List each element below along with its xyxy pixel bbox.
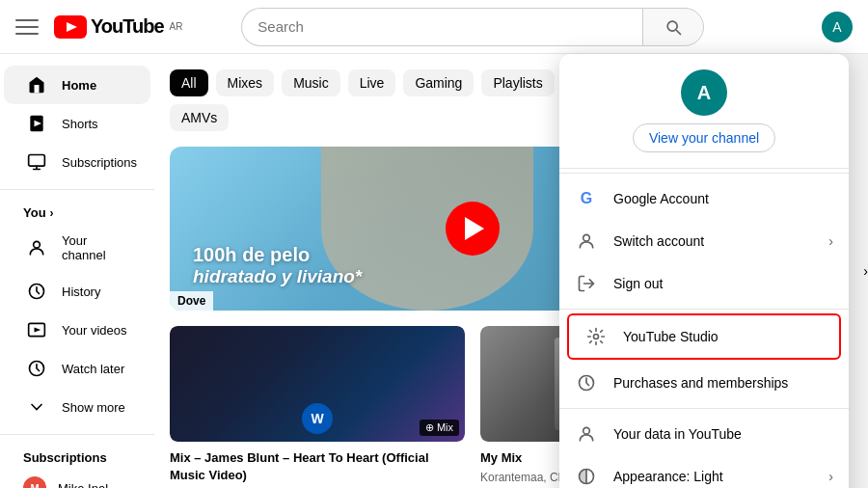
dropdown-item-appearance-label: Appearance: Light: [613, 469, 813, 484]
dropdown-divider-1: [559, 173, 849, 174]
appearance-arrow: ›: [828, 469, 833, 484]
your-videos-icon: [27, 320, 46, 339]
subscriptions-icon: [27, 152, 46, 172]
sidebar-item-history[interactable]: History: [4, 272, 150, 311]
logo[interactable]: YouTube AR: [54, 15, 182, 39]
logo-badge: AR: [170, 21, 183, 32]
filter-playlists[interactable]: Playlists: [481, 69, 554, 96]
dropdown-item-google-account[interactable]: G Google Account: [559, 177, 849, 220]
video-info-1: Mix – James Blunt – Heart To Heart (Offi…: [170, 442, 465, 488]
hamburger-menu[interactable]: [15, 15, 39, 39]
featured-line1: 100h de pelo: [193, 244, 362, 266]
dropdown-item-google-account-label: Google Account: [613, 191, 833, 206]
sidebar-divider-1: [0, 189, 154, 190]
shorts-icon: [27, 114, 46, 133]
user-avatar[interactable]: A: [822, 12, 853, 42]
sidebar-item-your-videos[interactable]: Your videos: [4, 311, 150, 349]
svg-marker-8: [35, 328, 41, 333]
thumb-bg-1: W ⊕ Mix: [170, 326, 465, 442]
video-card-1[interactable]: W ⊕ Mix Mix – James Blunt – Heart To Hea…: [170, 326, 465, 488]
sidebar-item-home[interactable]: Home: [4, 66, 150, 104]
dropdown-item-switch-account[interactable]: Switch account ›: [559, 220, 849, 262]
dropdown-item-purchases-label: Purchases and memberships: [613, 375, 833, 391]
sidebar: Home Shorts Subscriptions You › Your cha…: [0, 54, 154, 488]
filter-gaming[interactable]: Gaming: [403, 69, 474, 96]
dropdown-item-purchases[interactable]: Purchases and memberships: [559, 362, 849, 404]
youtube-logo-icon: [54, 15, 87, 39]
history-icon: [27, 282, 46, 301]
google-account-icon: G: [575, 187, 598, 210]
svg-rect-4: [29, 155, 45, 167]
sub-item-mike-inel[interactable]: M Mike Inel: [0, 469, 154, 488]
svg-point-13: [594, 335, 599, 339]
you-section[interactable]: You ›: [0, 198, 154, 224]
dropdown-item-switch-account-label: Switch account: [613, 233, 813, 249]
dropdown-item-youtube-studio[interactable]: YouTube Studio: [567, 313, 841, 360]
mix-badge-1: ⊕ Mix: [420, 420, 459, 436]
watch-later-icon: [27, 359, 46, 378]
sidebar-item-your-channel-label: Your channel: [62, 233, 127, 262]
featured-line2: hidratado y liviano*: [193, 266, 362, 287]
dropdown-header: A View your channel: [559, 54, 849, 169]
dropdown-divider-3: [559, 408, 849, 409]
logo-text: YouTube: [91, 15, 164, 38]
play-button: [446, 202, 500, 256]
your-data-icon: [575, 422, 598, 446]
filter-mixes[interactable]: Mixes: [216, 69, 275, 96]
filter-amvs[interactable]: AMVs: [170, 104, 229, 131]
svg-point-15: [583, 427, 590, 434]
search-icon: [664, 17, 683, 37]
search-container: [241, 8, 704, 46]
filter-music[interactable]: Music: [282, 69, 340, 96]
dropdown-item-appearance[interactable]: Appearance: Light ›: [559, 455, 849, 488]
sidebar-item-watch-later[interactable]: Watch later: [4, 349, 150, 388]
you-section-label: You: [23, 205, 46, 220]
view-channel-button[interactable]: View your channel: [633, 123, 775, 152]
play-triangle: [465, 217, 484, 240]
filter-live[interactable]: Live: [348, 69, 396, 96]
search-button[interactable]: [642, 8, 704, 46]
youtube-studio-icon: [584, 325, 608, 348]
dropdown-item-sign-out[interactable]: Sign out: [559, 262, 849, 305]
filter-all[interactable]: All: [170, 69, 208, 96]
you-chevron-icon: ›: [50, 206, 54, 220]
video-title-1: Mix – James Blunt – Heart To Heart (Offi…: [170, 449, 465, 484]
sidebar-item-home-label: Home: [62, 78, 96, 93]
brand-badge: Dove: [170, 291, 213, 311]
sidebar-item-show-more-label: Show more: [62, 400, 125, 415]
dropdown-item-your-data[interactable]: Your data in YouTube: [559, 413, 849, 455]
switch-account-arrow: ›: [828, 233, 833, 249]
header-left: YouTube AR: [15, 15, 182, 39]
video-thumb-1: W ⊕ Mix: [170, 326, 465, 442]
featured-video-text: 100h de pelo hidratado y liviano*: [193, 244, 362, 287]
mix-icon-1: ⊕ Mix: [425, 421, 453, 434]
purchases-icon: [575, 371, 598, 394]
header-right: A: [822, 12, 853, 42]
sidebar-item-subscriptions[interactable]: Subscriptions: [4, 143, 150, 181]
dropdown-divider-2: [559, 309, 849, 310]
sidebar-item-watch-later-label: Watch later: [62, 362, 124, 376]
sidebar-item-shorts-label: Shorts: [62, 117, 98, 131]
sidebar-item-shorts[interactable]: Shorts: [4, 104, 150, 143]
sidebar-divider-2: [0, 434, 154, 435]
home-icon: [27, 75, 46, 95]
sidebar-item-show-more[interactable]: Show more: [4, 388, 150, 426]
sidebar-item-subscriptions-label: Subscriptions: [62, 155, 137, 170]
sidebar-item-your-channel[interactable]: Your channel: [4, 224, 150, 272]
svg-point-12: [583, 234, 590, 241]
subscriptions-section-label: Subscriptions: [23, 450, 107, 465]
sidebar-item-your-videos-label: Your videos: [62, 323, 126, 338]
dropdown-item-youtube-studio-label: YouTube Studio: [623, 329, 824, 344]
sub-label-mike-inel: Mike Inel: [58, 481, 108, 489]
svg-point-5: [34, 241, 41, 248]
header: YouTube AR A: [0, 0, 868, 54]
switch-account-icon: [575, 230, 598, 253]
right-arrow[interactable]: ›: [863, 263, 868, 279]
sidebar-item-history-label: History: [62, 285, 100, 299]
search-input[interactable]: [241, 8, 642, 46]
subscriptions-section: Subscriptions: [0, 443, 154, 469]
show-more-icon: [27, 397, 46, 417]
dropdown-avatar: A: [681, 69, 727, 116]
dropdown-menu: A View your channel G Google Account Swi…: [559, 54, 849, 488]
dropdown-item-sign-out-label: Sign out: [613, 276, 833, 291]
